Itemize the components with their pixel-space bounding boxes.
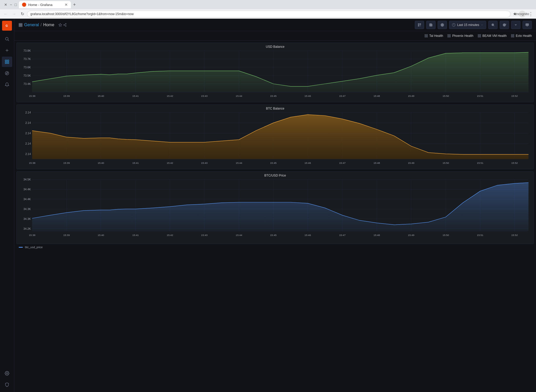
add-panel-btn[interactable] (415, 21, 424, 29)
svg-rect-8 (5, 62, 6, 64)
svg-line-26 (64, 25, 65, 25)
sidebar-item-alerting[interactable] (2, 79, 12, 90)
menu-icon[interactable]: ⋮ (528, 11, 534, 17)
svg-text:73.6K: 73.6K (23, 66, 31, 69)
sidebar-item-create[interactable] (2, 45, 12, 56)
svg-rect-55 (511, 36, 512, 37)
forward-btn[interactable]: → (10, 10, 18, 18)
grafana-app: G (0, 19, 536, 392)
svg-rect-41 (425, 34, 426, 35)
save-dashboard-btn[interactable] (426, 21, 436, 29)
svg-rect-13 (19, 23, 20, 24)
svg-text:15:49: 15:49 (408, 94, 414, 97)
compass-icon (5, 71, 9, 76)
svg-text:15:51: 15:51 (477, 161, 483, 164)
star-icon[interactable] (58, 23, 62, 27)
reload-btn[interactable]: ↻ (19, 10, 26, 18)
profile-icon[interactable]: Incognito (519, 11, 526, 17)
svg-text:15:48: 15:48 (374, 234, 380, 236)
svg-rect-28 (418, 23, 419, 24)
ecto-health-icon (511, 34, 514, 38)
svg-text:15:42: 15:42 (167, 234, 173, 236)
new-tab-btn[interactable]: + (71, 1, 78, 8)
svg-line-3 (8, 40, 9, 41)
browser-frame: ✕ − □ Home - Grafana ✕ + ← → ↻ grafana.l… (0, 0, 536, 392)
window-maximize[interactable]: □ (15, 3, 17, 7)
svg-text:15:46: 15:46 (304, 94, 311, 97)
svg-text:34.5K: 34.5K (23, 178, 31, 181)
sidebar-item-explore[interactable] (2, 68, 12, 78)
svg-text:73.4K: 73.4K (23, 82, 31, 85)
svg-text:15:40: 15:40 (98, 94, 104, 97)
toolbar-actions: ★ Incognito ⋮ (512, 11, 534, 17)
kiosk-btn[interactable] (523, 21, 532, 29)
btcusd-price-title: BTC/USD Price (17, 172, 534, 178)
refresh-btn[interactable] (500, 21, 509, 29)
svg-text:15:38: 15:38 (29, 94, 35, 97)
svg-text:15:39: 15:39 (63, 161, 70, 164)
svg-text:15:50: 15:50 (443, 234, 449, 236)
sidebar-item-configuration[interactable] (2, 368, 12, 379)
svg-rect-44 (426, 36, 428, 37)
sidebar-item-search[interactable] (2, 34, 12, 44)
svg-text:15:41: 15:41 (132, 234, 139, 236)
svg-rect-50 (480, 34, 481, 35)
back-btn[interactable]: ← (2, 10, 9, 18)
svg-rect-18 (21, 24, 22, 25)
tv-icon (525, 23, 529, 27)
beam-health-icon (478, 34, 481, 38)
svg-text:15:43: 15:43 (201, 234, 208, 236)
top-bar: General / Home (14, 19, 536, 31)
top-bar-right: Last 15 minutes (415, 21, 532, 29)
refresh-dropdown-btn[interactable] (511, 21, 520, 29)
panel-usd-balance: USD Balance (16, 43, 534, 102)
svg-text:15:40: 15:40 (98, 234, 104, 236)
tal-health-icon (424, 34, 428, 38)
svg-text:2.14: 2.14 (25, 111, 31, 114)
health-item-beam[interactable]: BEAM VM Health (478, 34, 507, 38)
svg-rect-14 (20, 23, 21, 24)
grafana-logo[interactable]: G (2, 21, 12, 31)
add-panel-icon (418, 23, 421, 27)
svg-rect-38 (526, 23, 529, 25)
svg-text:15:46: 15:46 (304, 234, 311, 236)
btc-balance-title: BTC Balance (17, 105, 534, 111)
bell-icon (5, 82, 9, 87)
svg-rect-47 (448, 36, 449, 37)
address-bar[interactable]: grafana.localhost:3000/d/f2YL8Gz/home?or… (27, 11, 511, 17)
health-item-phoenix[interactable]: Phoenix Health (447, 34, 473, 38)
sidebar-item-server-admin[interactable] (2, 380, 12, 390)
svg-text:15:45: 15:45 (270, 234, 277, 236)
breadcrumb-section[interactable]: General (24, 23, 39, 27)
clock-icon (452, 23, 456, 27)
svg-text:34.4K: 34.4K (23, 198, 31, 201)
apps-icon (18, 23, 23, 27)
tab-close-btn[interactable]: ✕ (65, 3, 68, 7)
sidebar-item-dashboards[interactable] (2, 57, 12, 67)
browser-tab-active[interactable]: Home - Grafana ✕ (19, 1, 71, 8)
settings-btn[interactable] (438, 21, 447, 29)
svg-rect-19 (19, 26, 20, 26)
zoom-out-btn[interactable] (488, 21, 498, 29)
svg-marker-164 (32, 183, 528, 231)
window-minimize[interactable]: − (10, 3, 12, 7)
svg-text:34.2K: 34.2K (23, 227, 31, 230)
svg-text:15:51: 15:51 (477, 94, 483, 97)
svg-point-23 (65, 23, 66, 24)
svg-rect-53 (511, 34, 512, 35)
svg-text:15:52: 15:52 (511, 94, 518, 97)
grid-icon (5, 59, 9, 64)
time-range-btn[interactable]: Last 15 minutes (449, 21, 486, 29)
share-icon[interactable] (63, 23, 67, 27)
tab-favicon (22, 3, 26, 7)
health-item-tal[interactable]: Tal Health (424, 34, 443, 38)
zoom-out-icon (491, 23, 495, 27)
beam-health-label: BEAM VM Health (483, 34, 507, 38)
svg-text:15:50: 15:50 (443, 161, 449, 164)
svg-text:73.8K: 73.8K (23, 49, 31, 52)
window-close[interactable]: ✕ (4, 3, 7, 7)
svg-text:15:42: 15:42 (167, 94, 173, 97)
svg-text:15:40: 15:40 (98, 161, 104, 164)
svg-line-37 (493, 25, 494, 26)
health-item-ecto[interactable]: Ecto Health (511, 34, 532, 38)
